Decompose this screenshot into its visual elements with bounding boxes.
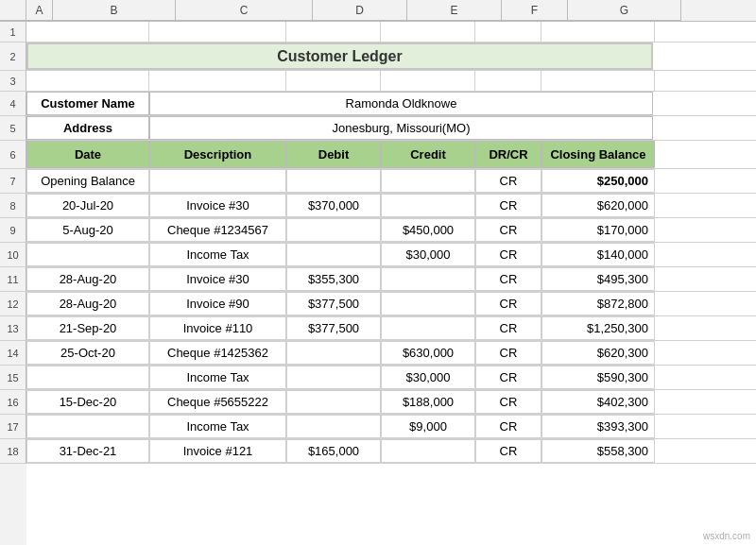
r18-credit — [381, 439, 475, 463]
r10-credit: $30,000 — [381, 243, 475, 266]
r6-debit: Debit — [286, 141, 381, 168]
row-num-5: 5 — [0, 116, 26, 141]
r3-c — [149, 71, 286, 91]
r3-e — [381, 71, 475, 91]
r17-credit: $9,000 — [381, 415, 475, 438]
r15-drcr: CR — [475, 366, 541, 389]
r14-debit — [286, 341, 381, 365]
r3-g — [541, 71, 655, 91]
r4-label: Customer Name — [26, 92, 149, 115]
r16-drcr: CR — [475, 390, 541, 414]
r9-credit: $450,000 — [381, 218, 475, 242]
r6-description: Description — [149, 141, 286, 168]
r17-desc: Income Tax — [149, 415, 286, 438]
row-numbers: 1 2 3 4 5 6 7 8 9 10 11 12 13 14 15 16 1… — [0, 22, 26, 545]
r8-closing: $620,000 — [541, 194, 655, 217]
row-16: 15-Dec-20 Cheque #5655222 $188,000 CR $4… — [26, 390, 756, 415]
r11-drcr: CR — [475, 267, 541, 291]
r10-desc: Income Tax — [149, 243, 286, 266]
r6-credit: Credit — [381, 141, 475, 168]
col-header-b: B — [53, 0, 176, 21]
row-9: 5-Aug-20 Cheque #1234567 $450,000 CR $17… — [26, 218, 756, 243]
r14-credit: $630,000 — [381, 341, 475, 365]
r6-date: Date — [26, 141, 149, 168]
r7-closing: $250,000 — [541, 169, 655, 193]
r18-desc: Invoice #121 — [149, 439, 286, 463]
r12-closing: $872,800 — [541, 292, 655, 315]
r7-desc — [149, 169, 286, 193]
r3-d — [286, 71, 381, 91]
r8-debit: $370,000 — [286, 194, 381, 217]
r5-label: Address — [26, 116, 149, 140]
r16-desc: Cheque #5655222 — [149, 390, 286, 414]
row-num-18: 18 — [0, 439, 26, 464]
r15-credit: $30,000 — [381, 366, 475, 389]
r18-closing: $558,300 — [541, 439, 655, 463]
col-header-c: C — [176, 0, 313, 21]
r8-date: 20-Jul-20 — [26, 194, 149, 217]
row-num-7: 7 — [0, 169, 26, 194]
row-7: Opening Balance CR $250,000 — [26, 169, 756, 194]
r16-closing: $402,300 — [541, 390, 655, 414]
row-15: Income Tax $30,000 CR $590,300 — [26, 366, 756, 390]
col-header-f: F — [502, 0, 568, 21]
r6-closing: Closing Balance — [541, 141, 655, 168]
r18-date: 31-Dec-21 — [26, 439, 149, 463]
r16-credit: $188,000 — [381, 390, 475, 414]
r12-debit: $377,500 — [286, 292, 381, 315]
r1-d — [286, 22, 381, 42]
row-num-13: 13 — [0, 316, 26, 341]
r1-g — [541, 22, 655, 42]
r15-date — [26, 366, 149, 389]
r18-drcr: CR — [475, 439, 541, 463]
r2-title: Customer Ledger — [26, 43, 653, 70]
r7-date: Opening Balance — [26, 169, 149, 193]
r13-drcr: CR — [475, 316, 541, 340]
r18-debit: $165,000 — [286, 439, 381, 463]
r13-desc: Invoice #110 — [149, 316, 286, 340]
r12-drcr: CR — [475, 292, 541, 315]
r15-closing: $590,300 — [541, 366, 655, 389]
row-num-15: 15 — [0, 366, 26, 390]
r9-debit — [286, 218, 381, 242]
r13-closing: $1,250,300 — [541, 316, 655, 340]
r11-date: 28-Aug-20 — [26, 267, 149, 291]
r10-closing: $140,000 — [541, 243, 655, 266]
r7-credit — [381, 169, 475, 193]
row-num-11: 11 — [0, 267, 26, 292]
col-header-d: D — [313, 0, 407, 21]
row-17: Income Tax $9,000 CR $393,300 — [26, 415, 756, 439]
row-num-3: 3 — [0, 71, 26, 92]
row-3 — [26, 71, 756, 92]
r1-e — [381, 22, 475, 42]
row-5: Address Jonesburg, Missouri(MO) — [26, 116, 756, 141]
row-18: 31-Dec-21 Invoice #121 $165,000 CR $558,… — [26, 439, 756, 464]
r13-debit: $377,500 — [286, 316, 381, 340]
r3-f — [475, 71, 541, 91]
r9-desc: Cheque #1234567 — [149, 218, 286, 242]
r11-desc: Invoice #30 — [149, 267, 286, 291]
r13-credit — [381, 316, 475, 340]
row-num-17: 17 — [0, 415, 26, 439]
r17-date — [26, 415, 149, 438]
r12-desc: Invoice #90 — [149, 292, 286, 315]
r12-credit — [381, 292, 475, 315]
spreadsheet: A B C D E F G 1 2 3 4 5 6 7 8 9 10 11 12… — [0, 0, 756, 545]
r12-date: 28-Aug-20 — [26, 292, 149, 315]
row-13: 21-Sep-20 Invoice #110 $377,500 CR $1,25… — [26, 316, 756, 341]
r17-drcr: CR — [475, 415, 541, 438]
r7-debit — [286, 169, 381, 193]
row-num-10: 10 — [0, 243, 26, 267]
row-num-6: 6 — [0, 141, 26, 169]
r17-debit — [286, 415, 381, 438]
r4-value: Ramonda Oldknowe — [149, 92, 653, 115]
r7-drcr: CR — [475, 169, 541, 193]
r6-drcr: DR/CR — [475, 141, 541, 168]
r14-closing: $620,300 — [541, 341, 655, 365]
row-1 — [26, 22, 756, 43]
row-8: 20-Jul-20 Invoice #30 $370,000 CR $620,0… — [26, 194, 756, 218]
r16-date: 15-Dec-20 — [26, 390, 149, 414]
r9-closing: $170,000 — [541, 218, 655, 242]
row-num-14: 14 — [0, 341, 26, 366]
row-num-16: 16 — [0, 390, 26, 415]
